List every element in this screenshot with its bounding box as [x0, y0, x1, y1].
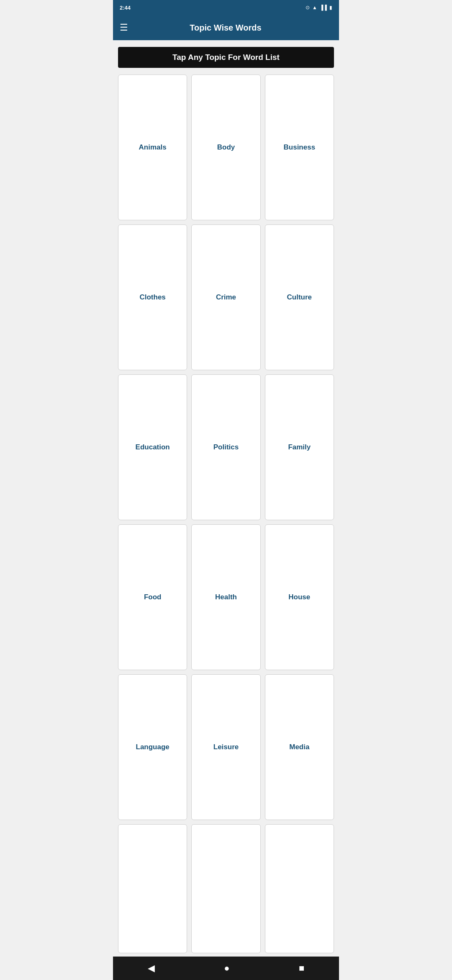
- topic-empty-1-label: [149, 885, 157, 893]
- topic-language-label: Language: [132, 739, 174, 756]
- topic-empty-2-label: [222, 885, 230, 893]
- battery-icon: ▮: [329, 5, 332, 10]
- topic-education[interactable]: Education: [118, 374, 187, 520]
- nav-bar: ◀ ● ■: [113, 957, 339, 980]
- topic-family[interactable]: Family: [265, 374, 334, 520]
- topic-body[interactable]: Body: [191, 75, 260, 220]
- topic-animals[interactable]: Animals: [118, 75, 187, 220]
- topic-politics[interactable]: Politics: [191, 374, 260, 520]
- topic-business[interactable]: Business: [265, 75, 334, 220]
- topic-empty-2[interactable]: [191, 824, 260, 953]
- topic-family-label: Family: [284, 439, 315, 456]
- topic-food[interactable]: Food: [118, 524, 187, 670]
- topic-empty-3-label: [295, 885, 303, 893]
- topic-leisure[interactable]: Leisure: [191, 674, 260, 820]
- page-title: Topic Wise Words: [135, 23, 316, 33]
- topic-politics-label: Politics: [209, 439, 243, 456]
- banner: Tap Any Topic For Word List: [118, 47, 334, 68]
- topic-body-label: Body: [213, 139, 239, 156]
- topic-culture[interactable]: Culture: [265, 224, 334, 370]
- topic-media-label: Media: [285, 739, 313, 756]
- recent-button[interactable]: ■: [290, 959, 313, 977]
- topic-business-label: Business: [280, 139, 320, 156]
- back-button[interactable]: ◀: [139, 959, 163, 977]
- topic-language[interactable]: Language: [118, 674, 187, 820]
- status-time: 2:44: [120, 5, 131, 11]
- topic-house[interactable]: House: [265, 524, 334, 670]
- banner-text: Tap Any Topic For Word List: [172, 53, 280, 62]
- home-button[interactable]: ●: [216, 959, 238, 977]
- topic-empty-1[interactable]: [118, 824, 187, 953]
- topic-health[interactable]: Health: [191, 524, 260, 670]
- signal-icon: ▐▐: [320, 5, 327, 10]
- app-header: ☰ Topic Wise Words: [113, 15, 339, 40]
- topic-food-label: Food: [140, 589, 166, 606]
- menu-icon[interactable]: ☰: [120, 22, 128, 33]
- topic-education-label: Education: [131, 439, 174, 456]
- topic-clothes-label: Clothes: [135, 289, 170, 306]
- wifi-icon: ▲: [312, 5, 317, 10]
- status-icons: ⊙ ▲ ▐▐ ▮: [306, 5, 332, 10]
- topic-animals-label: Animals: [135, 139, 171, 156]
- notification-icon: ⊙: [306, 5, 310, 10]
- topic-health-label: Health: [211, 589, 241, 606]
- topic-crime[interactable]: Crime: [191, 224, 260, 370]
- topic-clothes[interactable]: Clothes: [118, 224, 187, 370]
- topic-leisure-label: Leisure: [209, 739, 243, 756]
- topic-empty-3[interactable]: [265, 824, 334, 953]
- status-bar: 2:44 ⊙ ▲ ▐▐ ▮: [113, 0, 339, 15]
- topic-media[interactable]: Media: [265, 674, 334, 820]
- topic-grid: Animals Body Business Clothes Crime Cult…: [113, 71, 339, 957]
- topic-crime-label: Crime: [212, 289, 240, 306]
- topic-house-label: House: [284, 589, 314, 606]
- topic-culture-label: Culture: [283, 289, 316, 306]
